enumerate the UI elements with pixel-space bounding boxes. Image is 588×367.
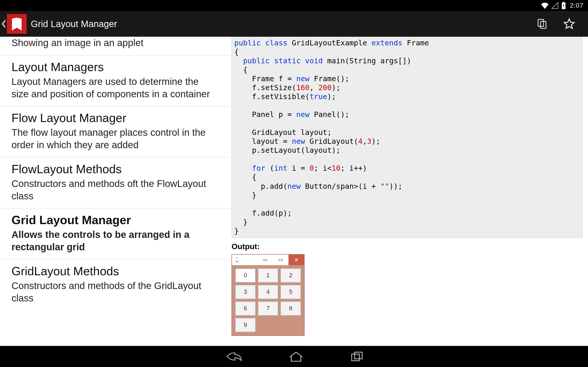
topic-list[interactable]: Showing an image in an appletLayout Mana… [0,37,230,346]
favorite-button[interactable] [563,17,576,30]
recent-apps-button[interactable] [350,351,364,362]
signal-icon [551,2,559,9]
status-clock: 2:07 [570,2,584,9]
output-button[interactable]: 4 [258,285,278,299]
output-label: Output: [232,242,582,251]
list-item-desc: The flow layout manager places control i… [11,126,218,151]
content-area: Showing an image in an appletLayout Mana… [0,37,588,346]
output-empty-cell [280,318,301,332]
output-empty-cell [258,318,278,332]
output-button[interactable]: 8 [280,301,301,316]
list-item-title: Grid Layout Manager [11,213,218,227]
home-button[interactable] [288,351,304,362]
list-item[interactable]: GridLayout MethodsConstructors and metho… [0,259,230,310]
output-button[interactable]: 0 [235,268,256,283]
code-block: public class GridLayoutExample extends F… [232,37,582,238]
action-bar: Grid Layout Manager [0,11,588,37]
output-grid: 0123456789 [235,268,301,332]
svg-rect-5 [355,352,362,359]
list-item-desc: Showing an image in an applet [11,37,218,49]
output-body: 0123456789 [232,265,304,335]
list-item[interactable]: Layout ManagersLayout Managers are used … [0,55,230,106]
list-item-desc: Constructors and methods of the GridLayo… [11,280,218,304]
status-bar: 2:07 [0,0,588,11]
list-item[interactable]: Showing an image in an applet [0,37,230,55]
output-button[interactable]: 6 [235,301,256,316]
list-item-desc: Allows the controls to be arranged in a … [11,228,218,253]
list-item-desc: Layout Managers are used to determine th… [11,75,218,100]
wifi-icon [541,2,548,9]
list-item[interactable]: Flow Layout ManagerThe flow layout manag… [0,106,230,157]
list-item-title: FlowLayout Methods [11,162,218,177]
article-pane[interactable]: public class GridLayoutExample extends F… [230,37,588,346]
up-nav-button[interactable] [0,11,7,37]
back-button[interactable] [224,351,242,362]
svg-rect-4 [352,354,359,361]
list-item-title: GridLayout Methods [11,264,218,279]
copy-button[interactable] [536,18,548,30]
navigation-bar [0,346,588,367]
svg-rect-1 [563,2,564,2]
list-item-desc: Constructors and methods oft the FlowLay… [11,177,218,202]
list-item[interactable]: FlowLayout MethodsConstructors and metho… [0,157,230,208]
battery-charging-icon [561,2,566,9]
output-button[interactable]: 3 [235,285,256,299]
output-button[interactable]: 1 [258,268,278,283]
close-button[interactable] [288,255,304,265]
output-button[interactable]: 2 [280,268,301,283]
page-title: Grid Layout Manager [31,19,117,29]
output-window: 0123456789 [232,254,304,336]
java-icon [232,255,242,265]
output-titlebar [232,255,304,265]
app-icon[interactable] [7,14,27,34]
list-item-title: Flow Layout Manager [11,110,218,125]
list-item[interactable]: Grid Layout ManagerAllows the controls t… [0,208,230,259]
maximize-button[interactable] [273,255,288,265]
output-button[interactable]: 5 [280,285,301,299]
output-button[interactable]: 9 [235,318,256,332]
minimize-button[interactable] [257,255,273,265]
list-item-title: Layout Managers [11,60,218,75]
output-button[interactable]: 7 [258,301,278,316]
